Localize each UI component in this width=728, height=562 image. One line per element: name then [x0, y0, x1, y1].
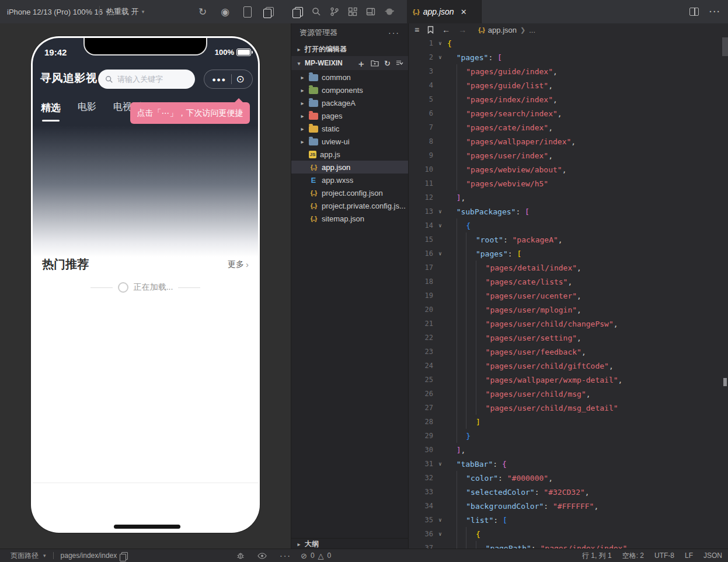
- fold-chevron-icon[interactable]: ∨: [433, 209, 447, 214]
- new-file-icon[interactable]: ＋: [357, 59, 365, 68]
- exit-target-icon[interactable]: ⊙: [236, 74, 245, 84]
- fold-chevron-icon[interactable]: ∨: [433, 531, 447, 537]
- files-icon[interactable]: [295, 7, 303, 16]
- explorer-more-icon[interactable]: ···: [388, 28, 400, 37]
- open-editors-section[interactable]: ▸ 打开的编辑器: [291, 42, 408, 56]
- forward-arrow-icon[interactable]: →: [458, 25, 466, 34]
- tree-item-app-js[interactable]: JSapp.js: [291, 148, 408, 161]
- fold-chevron-icon[interactable]: ∨: [433, 251, 447, 256]
- code-line-18[interactable]: 18"pages/cate/lists",: [409, 275, 722, 289]
- more-actions-icon[interactable]: ···: [280, 551, 291, 560]
- code-line-24[interactable]: 24"pages/user/child/giftCode",: [409, 359, 722, 373]
- device-preview-icon[interactable]: [243, 6, 252, 18]
- code-line-14[interactable]: 14∨{: [409, 218, 722, 233]
- code-line-29[interactable]: 29}: [409, 429, 722, 443]
- tree-item-sitemap-json[interactable]: {..}sitemap.json: [291, 212, 408, 225]
- code-line-32[interactable]: 32"color": "#000000",: [409, 471, 722, 485]
- code-line-19[interactable]: 19"pages/user/ucenter",: [409, 289, 722, 303]
- outline-section[interactable]: ▸ 大纲: [291, 538, 408, 549]
- debug-icon[interactable]: [236, 551, 245, 560]
- problems-indicator[interactable]: ⊘ 0 △ 0: [301, 549, 331, 562]
- indentation[interactable]: 空格: 2: [622, 551, 644, 561]
- code-line-13[interactable]: 13∨"subPackages": [: [409, 204, 722, 218]
- page-path-label[interactable]: 页面路径: [11, 551, 39, 561]
- fold-chevron-icon[interactable]: ∨: [433, 40, 447, 46]
- tree-item-app-json[interactable]: {..}app.json: [291, 161, 408, 174]
- code-line-7[interactable]: 7"pages/cate/index",: [409, 120, 722, 134]
- code-line-15[interactable]: 15"root": "packageA",: [409, 233, 722, 247]
- more-link[interactable]: 更多 ›: [228, 259, 249, 270]
- search-icon[interactable]: [312, 7, 321, 16]
- tree-item-app-wxss[interactable]: Ǝapp.wxss: [291, 174, 408, 186]
- new-folder-icon[interactable]: [371, 60, 379, 67]
- code-line-1[interactable]: 1∨{: [409, 36, 722, 50]
- fold-chevron-icon[interactable]: ∨: [433, 223, 447, 228]
- split-editor-icon[interactable]: [689, 8, 699, 16]
- scrollbar-thumb[interactable]: [722, 37, 728, 56]
- layout-icon[interactable]: [366, 7, 375, 16]
- code-line-3[interactable]: 3"pages/guide/index",: [409, 64, 722, 78]
- code-line-31[interactable]: 31∨"tabBar": {: [409, 457, 722, 471]
- teapot-icon[interactable]: [384, 8, 395, 16]
- code-line-4[interactable]: 4"pages/guide/list",: [409, 78, 722, 92]
- editor-scrollbar[interactable]: [722, 36, 728, 549]
- code-line-16[interactable]: 16∨"pages": [: [409, 247, 722, 261]
- code-line-21[interactable]: 21"pages/user/child/changePsw",: [409, 317, 722, 331]
- category-tab-2[interactable]: 电影: [78, 101, 96, 122]
- code-line-30[interactable]: 30],: [409, 443, 722, 457]
- back-arrow-icon[interactable]: ←: [442, 25, 450, 34]
- code-line-22[interactable]: 22"pages/user/setting",: [409, 331, 722, 345]
- code-line-12[interactable]: 12],: [409, 190, 722, 204]
- code-area[interactable]: 1∨{2∨"pages": [3"pages/guide/index",4"pa…: [409, 36, 722, 549]
- eye-icon[interactable]: [257, 553, 267, 559]
- copy-icon[interactable]: [121, 552, 128, 560]
- capsule-button[interactable]: ●●● ⊙: [204, 70, 253, 89]
- code-line-26[interactable]: 26"pages/user/child/msg",: [409, 387, 722, 401]
- device-selector[interactable]: iPhone 12/13 (Pro) 100% 16 ▾: [7, 0, 109, 23]
- code-line-20[interactable]: 20"pages/user/mplogin",: [409, 303, 722, 317]
- hot-reload-toggle[interactable]: 热重载 开 ▾: [106, 0, 144, 23]
- language-mode[interactable]: JSON: [703, 551, 722, 560]
- close-icon[interactable]: ✕: [461, 8, 467, 16]
- code-line-34[interactable]: 34"backgroundColor": "#FFFFFF",: [409, 499, 722, 513]
- refresh-icon[interactable]: ↻: [198, 7, 207, 17]
- tree-item-common[interactable]: ▸common: [291, 71, 408, 84]
- code-line-11[interactable]: 11"pages/webview/h5": [409, 176, 722, 190]
- home-indicator[interactable]: [114, 525, 180, 529]
- fold-chevron-icon[interactable]: ∨: [433, 517, 447, 523]
- code-line-33[interactable]: 33"selectedColor": "#32CD32",: [409, 485, 722, 499]
- code-line-17[interactable]: 17"pages/detail/index",: [409, 261, 722, 275]
- fold-chevron-icon[interactable]: ∨: [433, 461, 447, 467]
- code-line-6[interactable]: 6"pages/search/index",: [409, 106, 722, 120]
- code-line-25[interactable]: 25"pages/wallpaper/wxmp-detail",: [409, 373, 722, 387]
- refresh-icon[interactable]: ↻: [384, 60, 391, 67]
- extensions-icon[interactable]: [348, 7, 357, 16]
- tree-item-pages[interactable]: ▸pages: [291, 109, 408, 122]
- bookmark-icon[interactable]: [427, 26, 434, 34]
- code-line-8[interactable]: 8"pages/wallpaper/index",: [409, 134, 722, 148]
- code-line-9[interactable]: 9"pages/user/index",: [409, 148, 722, 162]
- code-line-10[interactable]: 10"pages/webview/about",: [409, 162, 722, 176]
- breadcrumb[interactable]: {..} app.json ❯ ...: [478, 26, 535, 34]
- tree-item-project-private-config-js-[interactable]: {..}project.private.config.js...: [291, 199, 408, 212]
- encoding[interactable]: UTF-8: [654, 551, 674, 560]
- code-line-5[interactable]: 5"pages/index/index",: [409, 92, 722, 106]
- search-bar[interactable]: 请输入关键字: [98, 70, 195, 89]
- git-branch-icon[interactable]: [330, 7, 339, 16]
- fold-chevron-icon[interactable]: ∨: [433, 54, 447, 60]
- eol[interactable]: LF: [685, 551, 693, 560]
- record-icon[interactable]: ◉: [221, 7, 229, 17]
- menu-dots-icon[interactable]: ●●●: [212, 76, 226, 83]
- multi-window-icon[interactable]: [266, 7, 274, 16]
- category-tab-1[interactable]: 精选: [41, 101, 61, 122]
- code-line-27[interactable]: 27"pages/user/child/msg_detail": [409, 401, 722, 415]
- outline-list-icon[interactable]: ≡: [414, 25, 419, 34]
- tree-item-uview-ui[interactable]: ▸uview-ui: [291, 135, 408, 148]
- code-line-2[interactable]: 2∨"pages": [: [409, 50, 722, 64]
- code-line-23[interactable]: 23"pages/user/feedback",: [409, 345, 722, 359]
- collapse-all-icon[interactable]: [396, 60, 403, 67]
- code-line-35[interactable]: 35∨"list": [: [409, 513, 722, 527]
- more-actions-icon[interactable]: ···: [709, 7, 721, 16]
- tree-item-static[interactable]: ▸static: [291, 122, 408, 135]
- tree-item-components[interactable]: ▸components: [291, 84, 408, 96]
